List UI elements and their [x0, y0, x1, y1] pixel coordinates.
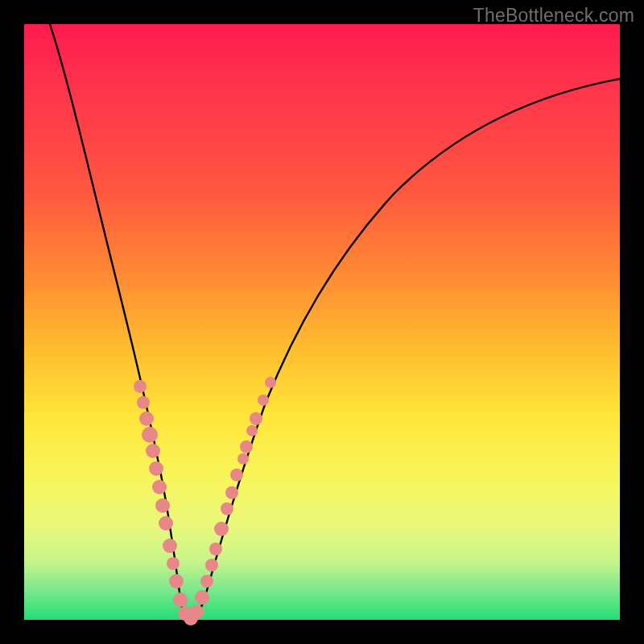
svg-point-2: [139, 411, 154, 426]
svg-point-7: [155, 498, 170, 513]
svg-point-17: [200, 575, 213, 588]
svg-point-8: [159, 516, 173, 530]
svg-point-5: [149, 461, 163, 476]
svg-point-28: [258, 394, 269, 406]
svg-point-1: [137, 396, 150, 409]
svg-point-20: [214, 522, 229, 536]
cluster-dots: [134, 377, 276, 625]
svg-point-21: [221, 502, 233, 515]
bottleneck-curve-path: [50, 24, 620, 620]
svg-point-10: [167, 557, 180, 570]
svg-point-15: [189, 605, 204, 619]
plot-area: [24, 24, 620, 620]
svg-point-29: [265, 377, 276, 388]
svg-point-16: [195, 590, 209, 605]
svg-point-0: [134, 380, 147, 393]
svg-point-23: [230, 469, 243, 481]
svg-point-4: [146, 444, 160, 458]
svg-point-6: [152, 480, 167, 494]
watermark-text: TheBottleneck.com: [473, 5, 634, 27]
svg-point-12: [173, 592, 188, 607]
svg-point-3: [142, 427, 158, 443]
svg-point-9: [163, 539, 177, 553]
svg-point-11: [169, 574, 184, 588]
svg-point-18: [205, 559, 218, 572]
svg-point-25: [250, 412, 262, 425]
chart-frame: TheBottleneck.com: [0, 0, 644, 644]
svg-point-22: [225, 486, 238, 499]
svg-point-27: [246, 425, 258, 436]
svg-point-24: [240, 440, 253, 453]
svg-point-26: [237, 453, 249, 464]
svg-point-19: [209, 543, 222, 555]
bottleneck-curve-svg: [24, 24, 620, 620]
